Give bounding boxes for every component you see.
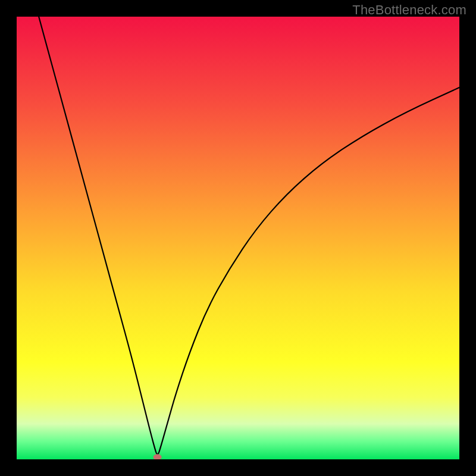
gradient-background: [17, 17, 459, 459]
plot-area: [17, 17, 459, 459]
watermark-label: TheBottleneck.com: [352, 2, 466, 18]
chart-frame: TheBottleneck.com: [0, 0, 476, 476]
chart-svg: [17, 17, 459, 459]
